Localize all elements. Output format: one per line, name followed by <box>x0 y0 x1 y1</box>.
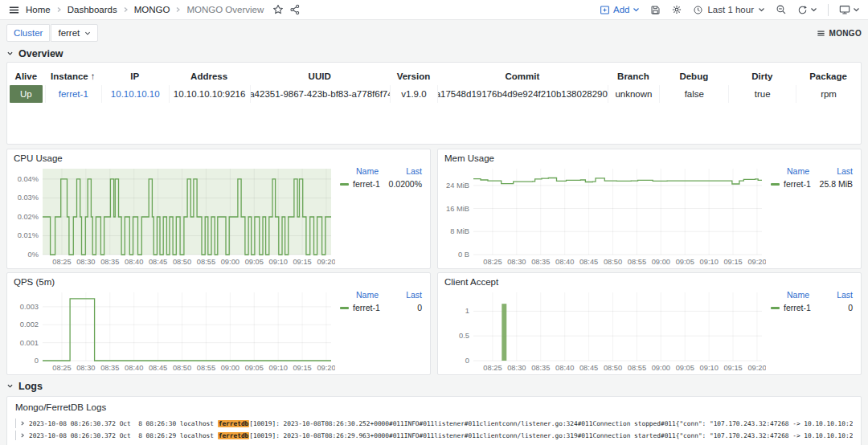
svg-text:09:10: 09:10 <box>700 258 719 266</box>
log-line[interactable]: 2023-10-08 08:26:30.372 Oct 8 08:26:30 l… <box>15 418 853 428</box>
table-row: Up ferret-1 10.10.10.10 10.10.10.10:9216… <box>7 85 861 103</box>
cell-dirty: true <box>728 85 796 103</box>
column-header-version[interactable]: Version <box>390 71 437 81</box>
legend: Name Last ferret-1 25.8 MiB <box>766 164 854 267</box>
top-navigation: Home Dashboards MONGO MONGO Overview Add… <box>0 0 868 20</box>
svg-text:09:00: 09:00 <box>221 258 240 266</box>
svg-text:08:50: 08:50 <box>173 364 191 372</box>
instance-link[interactable]: ferret-1 <box>59 89 88 99</box>
share-icon[interactable] <box>289 4 301 15</box>
expand-log-icon[interactable] <box>20 420 25 427</box>
menu-icon <box>817 29 825 38</box>
svg-text:08:50: 08:50 <box>604 258 622 266</box>
series-last-value: 0 <box>417 303 422 312</box>
svg-text:0.001: 0.001 <box>20 339 39 347</box>
log-message: 2023-10-08 08:26:30.372 Oct 8 08:26:29 l… <box>29 432 853 439</box>
legend-name-header[interactable]: Name <box>787 290 809 300</box>
svg-text:0.01%: 0.01% <box>18 231 39 239</box>
time-range-label: Last 1 hour <box>707 5 754 14</box>
legend-name-header[interactable]: Name <box>787 166 809 176</box>
qps-panel: QPS (5m) 08:2508:3008:3508:4008:4508:500… <box>6 272 431 375</box>
panel-title[interactable]: QPS (5m) <box>14 277 424 287</box>
svg-text:08:30: 08:30 <box>76 364 95 372</box>
series-last-value: 25.8 MiB <box>820 179 853 189</box>
svg-text:09:20: 09:20 <box>747 364 766 372</box>
column-header-branch[interactable]: Branch <box>608 71 660 81</box>
series-name[interactable]: ferret-1 <box>784 179 811 189</box>
svg-text:08:45: 08:45 <box>149 364 167 372</box>
hamburger-menu-icon[interactable] <box>8 4 20 16</box>
zoom-out-icon[interactable] <box>776 4 787 15</box>
add-label: Add <box>613 5 629 14</box>
svg-text:09:20: 09:20 <box>317 258 335 266</box>
svg-text:0: 0 <box>465 357 469 365</box>
refresh-button[interactable] <box>797 5 817 15</box>
log-line[interactable]: 2023-10-08 08:26:30.372 Oct 8 08:26:29 l… <box>15 431 853 440</box>
kiosk-mode-button[interactable] <box>839 4 860 15</box>
svg-text:08:40: 08:40 <box>125 258 143 266</box>
overview-section-header[interactable]: Overview <box>6 45 862 62</box>
series-name[interactable]: ferret-1 <box>784 303 811 312</box>
column-header-uuid[interactable]: UUID <box>250 71 390 81</box>
svg-text:09:05: 09:05 <box>245 258 264 266</box>
panel-title[interactable]: CPU Usage <box>14 153 424 163</box>
svg-text:09:20: 09:20 <box>317 364 335 372</box>
svg-text:08:35: 08:35 <box>531 364 550 372</box>
svg-text:09:05: 09:05 <box>245 364 264 372</box>
search-highlight: ferretdb <box>218 432 250 439</box>
add-panel-icon <box>600 5 610 15</box>
column-header-instance[interactable]: Instance ↑ <box>45 71 101 81</box>
panel-title[interactable]: Mongo/FerretDB Logs <box>15 402 853 412</box>
mongo-dashboards-menu[interactable]: MONGO <box>817 29 862 38</box>
logs-section-header[interactable]: Logs <box>6 378 862 394</box>
dashboard-settings-icon[interactable] <box>671 4 682 15</box>
breadcrumb-mongo[interactable]: MONGO <box>134 5 170 14</box>
svg-text:09:10: 09:10 <box>700 364 719 372</box>
breadcrumb-dashboards[interactable]: Dashboards <box>68 5 117 14</box>
svg-text:09:10: 09:10 <box>269 258 288 266</box>
expand-log-icon[interactable] <box>20 432 25 439</box>
cell-branch: unknown <box>608 85 660 103</box>
svg-text:08:55: 08:55 <box>197 258 215 266</box>
svg-text:08:25: 08:25 <box>52 258 71 266</box>
client-accept-chart: 08:2508:3008:3508:4008:4508:5008:5509:00… <box>444 288 766 373</box>
legend-last-header[interactable]: Last <box>837 166 853 176</box>
add-button[interactable]: Add <box>600 5 640 15</box>
column-header-alive[interactable]: Alive <box>7 71 45 81</box>
mongo-menu-label: MONGO <box>829 29 862 38</box>
star-icon[interactable] <box>272 4 284 15</box>
legend: Name Last ferret-1 0.0200% <box>335 164 424 267</box>
save-dashboard-icon[interactable] <box>650 5 661 15</box>
legend-name-header[interactable]: Name <box>356 290 379 300</box>
legend-name-header[interactable]: Name <box>356 166 379 176</box>
legend-last-header[interactable]: Last <box>837 290 853 300</box>
chevron-down-icon <box>6 383 14 389</box>
series-name[interactable]: ferret-1 <box>353 179 380 189</box>
legend-last-header[interactable]: Last <box>406 290 422 300</box>
time-range-picker[interactable]: Last 1 hour <box>693 5 765 15</box>
svg-text:08:40: 08:40 <box>555 258 574 266</box>
cpu-usage-chart: 08:2508:3008:3508:4008:4508:5008:5509:00… <box>14 164 335 267</box>
svg-text:08:25: 08:25 <box>483 364 502 372</box>
column-header-debug[interactable]: Debug <box>659 71 728 81</box>
column-header-package[interactable]: Package <box>796 71 861 81</box>
column-header-ip[interactable]: IP <box>101 71 169 81</box>
legend-last-header[interactable]: Last <box>406 166 422 176</box>
panel-title[interactable]: Client Accept <box>444 277 854 287</box>
column-header-dirty[interactable]: Dirty <box>728 71 796 81</box>
breadcrumb-home[interactable]: Home <box>26 5 51 14</box>
column-header-address[interactable]: Address <box>169 71 250 81</box>
legend-row: ferret-1 0 <box>340 303 422 312</box>
legend-row: ferret-1 0.0200% <box>340 179 422 189</box>
logs-section-title: Logs <box>18 381 43 392</box>
ip-link[interactable]: 10.10.10.10 <box>111 89 160 99</box>
series-swatch <box>771 183 780 186</box>
svg-text:08:45: 08:45 <box>579 364 598 372</box>
svg-text:1: 1 <box>465 307 469 315</box>
legend: Name Last ferret-1 0 <box>335 288 424 373</box>
panel-title[interactable]: Mem Usage <box>444 153 854 163</box>
column-header-commit[interactable]: Commit <box>437 71 607 81</box>
cluster-variable-dropdown[interactable]: ferret <box>51 24 98 42</box>
series-name[interactable]: ferret-1 <box>353 303 380 312</box>
toolbar-divider <box>828 4 829 16</box>
